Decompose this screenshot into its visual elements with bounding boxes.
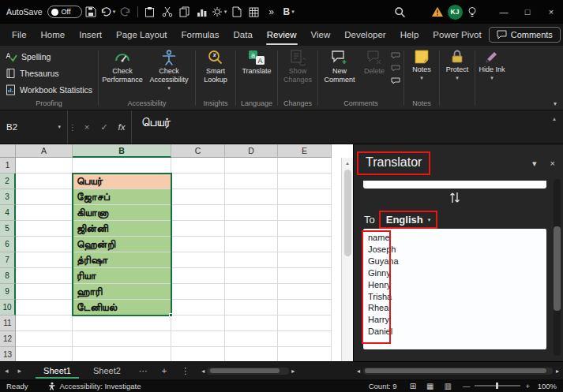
menu-tab-developer[interactable]: Developer (337, 24, 392, 46)
enter-button[interactable]: ✓ (96, 119, 112, 135)
column-header-E[interactable]: E (278, 144, 332, 158)
delete-comment-button[interactable]: Delete (359, 47, 389, 77)
cell-A8[interactable] (16, 268, 73, 284)
accessibility-status[interactable]: Accessibility: Investigate (48, 382, 141, 390)
cell-D11[interactable] (225, 315, 278, 331)
copy-icon[interactable] (176, 2, 193, 21)
protect-button[interactable]: Protect ▾ (441, 47, 473, 82)
row-header-4[interactable]: 4 (0, 205, 16, 221)
panel-options-icon[interactable]: ▾ (532, 159, 537, 169)
document-icon[interactable] (228, 2, 246, 21)
menu-tab-insert[interactable]: Insert (72, 24, 109, 46)
swap-languages-icon[interactable] (448, 191, 462, 204)
maximize-icon[interactable]: □ (516, 0, 539, 24)
panel-scrollbar[interactable] (554, 179, 561, 356)
undo-dropdown-icon[interactable]: ▾ (113, 9, 116, 15)
cell-D13[interactable] (225, 347, 278, 361)
cell-B3[interactable]: ஜோசப் (73, 189, 171, 205)
panel-hscroll-track[interactable] (363, 368, 553, 375)
row-header-6[interactable]: 6 (0, 237, 16, 252)
row-header-7[interactable]: 7 (0, 252, 16, 268)
cell-E1[interactable] (278, 158, 332, 174)
page-break-view-icon[interactable]: ▥ (444, 382, 451, 390)
menu-tab-view[interactable]: View (304, 24, 338, 46)
avatar[interactable]: KJ (446, 2, 464, 21)
smart-lookup-button[interactable]: Smart Lookup (197, 47, 234, 85)
save-icon[interactable] (82, 2, 99, 21)
autosave-toggle[interactable]: AutoSave Off (6, 6, 82, 18)
cell-B13[interactable] (73, 347, 171, 361)
cell-B10[interactable]: டேனியல் (73, 300, 171, 315)
show-changes-button[interactable]: Show Changes (280, 47, 316, 85)
cell-A7[interactable] (16, 252, 73, 268)
formula-input[interactable]: பெயர் (132, 110, 546, 144)
previous-comment-icon[interactable] (391, 52, 400, 59)
chart-icon[interactable] (193, 2, 211, 21)
cut-icon[interactable] (159, 2, 176, 21)
page-layout-view-icon[interactable]: ▦ (426, 382, 434, 390)
new-comment-button[interactable]: New Comment (320, 47, 359, 85)
sheet-tab-sheet2[interactable]: Sheet2 (82, 362, 132, 379)
name-box-dropdown-icon[interactable]: ▾ (58, 124, 61, 130)
row-header-12[interactable]: 12 (0, 331, 16, 347)
bold-icon[interactable]: B▾ (280, 2, 298, 21)
lightbulb-icon[interactable] (464, 2, 481, 21)
cell-A4[interactable] (16, 205, 73, 221)
close-icon[interactable]: × (539, 0, 563, 24)
column-header-C[interactable]: C (171, 144, 225, 158)
menu-tab-review[interactable]: Review (260, 24, 304, 46)
undo-icon[interactable]: ▾ (99, 2, 117, 21)
new-sheet-button[interactable]: + (155, 366, 174, 375)
cell-E12[interactable] (278, 331, 332, 347)
column-header-A[interactable]: A (16, 144, 73, 158)
row-header-1[interactable]: 1 (0, 158, 16, 174)
menu-tab-power-pivot[interactable]: Power Pivot (426, 24, 488, 46)
notes-button[interactable]: Notes ▾ (406, 47, 437, 82)
name-box[interactable]: B2 ▾ (0, 110, 68, 144)
cell-C4[interactable] (171, 205, 225, 221)
menu-tab-page-layout[interactable]: Page Layout (109, 24, 175, 46)
panel-close-icon[interactable]: × (550, 159, 555, 169)
cell-C12[interactable] (171, 331, 225, 347)
cell-D8[interactable] (225, 268, 278, 284)
cell-B2[interactable]: பெயர் (73, 174, 171, 189)
cell-E9[interactable] (278, 284, 332, 300)
cell-E7[interactable] (278, 252, 332, 268)
language-dropdown[interactable]: English (386, 214, 423, 226)
sheet-nav-left-icon[interactable]: ◂ (0, 367, 13, 375)
cell-D4[interactable] (225, 205, 278, 221)
check-accessibility-button[interactable]: Check Accessibility ▾ (145, 47, 193, 92)
grid-vscroll-thumb[interactable] (344, 170, 351, 256)
cell-D6[interactable] (225, 237, 278, 252)
cell-C10[interactable] (171, 300, 225, 315)
cell-B8[interactable]: ரியா (73, 268, 171, 284)
minimize-icon[interactable]: — (492, 0, 516, 24)
cell-E8[interactable] (278, 268, 332, 284)
cell-D5[interactable] (225, 221, 278, 237)
menu-tab-data[interactable]: Data (227, 24, 260, 46)
cell-B4[interactable]: கியானா (73, 205, 171, 221)
cell-A11[interactable] (16, 315, 73, 331)
cell-C6[interactable] (171, 237, 225, 252)
grid-hscrollbar[interactable]: ◂ ▸ (201, 368, 295, 375)
cell-B1[interactable] (73, 158, 171, 174)
comments-button[interactable]: Comments (489, 27, 561, 43)
cell-D3[interactable] (225, 189, 278, 205)
more-sheets-icon[interactable]: ⋯ (132, 366, 155, 376)
panel-hscroll-thumb[interactable] (365, 368, 546, 373)
cell-E5[interactable] (278, 221, 332, 237)
cell-C7[interactable] (171, 252, 225, 268)
zoom-slider-thumb[interactable] (496, 383, 498, 389)
show-comments-icon[interactable] (391, 77, 400, 84)
gear-dropdown-icon[interactable]: ▾ (224, 9, 227, 15)
panel-scroll-thumb[interactable] (554, 226, 561, 311)
cell-A12[interactable] (16, 331, 73, 347)
select-all-corner[interactable] (0, 144, 16, 158)
cell-A1[interactable] (16, 158, 73, 174)
cell-C9[interactable] (171, 284, 225, 300)
cell-C11[interactable] (171, 315, 225, 331)
cell-B11[interactable] (73, 315, 171, 331)
cell-E10[interactable] (278, 300, 332, 315)
cell-C3[interactable] (171, 189, 225, 205)
hscroll-left-icon[interactable]: ◂ (201, 368, 205, 375)
